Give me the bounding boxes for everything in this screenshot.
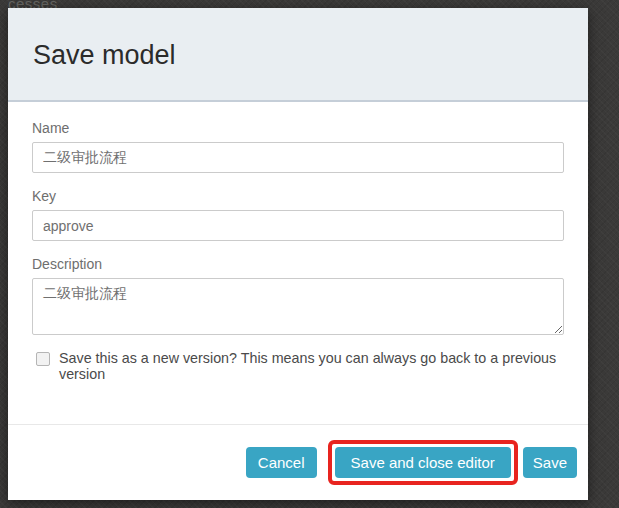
description-field-group: Description 二级审批流程 (32, 256, 564, 335)
new-version-checkbox-label: Save this as a new version? This means y… (59, 350, 564, 382)
dialog-header: Save model (8, 8, 588, 102)
dialog-footer: Cancel Save and close editor Save (8, 424, 588, 500)
description-textarea[interactable]: 二级审批流程 (32, 278, 564, 335)
dialog-body: Name Key Description 二级审批流程 Save this as… (8, 102, 588, 382)
new-version-checkbox[interactable] (36, 352, 50, 366)
key-label: Key (32, 188, 564, 204)
name-input[interactable] (32, 142, 564, 173)
modal-backdrop: cesses Save model Name Key Description 二… (0, 0, 619, 508)
cancel-button[interactable]: Cancel (246, 447, 317, 478)
save-and-close-button[interactable]: Save and close editor (335, 447, 511, 478)
new-version-checkbox-row[interactable]: Save this as a new version? This means y… (36, 350, 564, 382)
save-button[interactable]: Save (523, 447, 577, 478)
description-label: Description (32, 256, 564, 272)
dialog-title: Save model (33, 40, 563, 71)
save-model-dialog: Save model Name Key Description 二级审批流程 S… (8, 8, 588, 500)
name-label: Name (32, 120, 564, 136)
key-input[interactable] (32, 210, 564, 241)
name-field-group: Name (32, 120, 564, 173)
red-highlight-annotation: Save and close editor (328, 440, 518, 485)
key-field-group: Key (32, 188, 564, 241)
